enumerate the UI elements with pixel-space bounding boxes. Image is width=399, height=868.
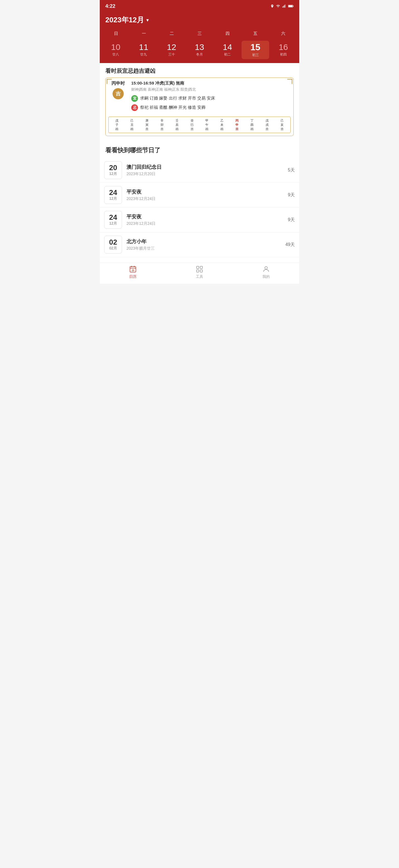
svg-text:23: 23 (132, 269, 135, 272)
almanac-main: 15:00-16:59 冲虎(王寅) 煞南 财神|西南 喜神|正南 福神|正东 … (131, 81, 291, 113)
almanac-section-title: 看时辰宜忌趋吉避凶 (100, 63, 299, 78)
festival-date-num-3: 02 (109, 239, 117, 246)
festival-item-0[interactable]: 20 12月 澳门回归纪念日 2023年12月20日 5天 (100, 158, 299, 183)
week-day-wed: 三 (186, 30, 213, 37)
festival-item-3[interactable]: 02 02月 北方小年 2023年腊月廿三 49天 (100, 232, 299, 257)
dropdown-arrow-icon[interactable]: ▾ (146, 17, 149, 23)
day-lunar-16: 初四 (270, 52, 296, 57)
festival-item-1[interactable]: 24 12月 平安夜 2023年12月24日 9天 (100, 183, 299, 208)
ji-badge: 忌 (131, 104, 138, 111)
nav-label-tools: 工具 (196, 274, 203, 279)
calendar-row: 10 廿八 11 廿九 12 三十 13 冬月 14 初二 15 初三 16 初… (100, 40, 299, 63)
festival-date-num-0: 20 (109, 164, 117, 171)
status-time: 4:22 (105, 3, 115, 9)
day-num-15: 15 (242, 42, 268, 52)
festival-date-month-2: 12月 (109, 221, 117, 226)
cal-day-16[interactable]: 16 初四 (270, 41, 297, 59)
day-num-13: 13 (187, 42, 212, 52)
svg-point-16 (265, 267, 267, 269)
cal-day-15-today[interactable]: 15 初三 (241, 41, 269, 59)
festival-date-box-2: 24 12月 (104, 211, 122, 229)
day-lunar-13: 冬月 (187, 52, 212, 57)
auspicious-badge: 吉 (112, 88, 124, 99)
cal-day-10[interactable]: 10 廿八 (102, 41, 129, 59)
hour-7: 乙未凶 (215, 119, 229, 131)
calendar-nav-icon: 23 (129, 265, 137, 273)
festival-date-num-2: 24 (109, 214, 117, 221)
festival-name-2: 平安夜 (127, 213, 284, 220)
hour-11: 己亥吉 (275, 119, 289, 131)
festival-info-3: 北方小年 2023年腊月廿三 (127, 238, 281, 251)
day-lunar-14: 初二 (214, 52, 240, 57)
location-icon (270, 4, 274, 8)
day-lunar-15: 初三 (242, 53, 268, 58)
festival-name-1: 平安夜 (127, 189, 284, 195)
festival-date-month-3: 02月 (109, 246, 117, 251)
day-lunar-10: 廿八 (103, 52, 129, 57)
festival-title: 看看快到哪些节日了 (100, 142, 299, 158)
festival-name-0: 澳门回归纪念日 (127, 164, 284, 170)
cal-day-11[interactable]: 11 廿九 (130, 41, 157, 59)
hour-grid: 戊子凶 己丑凶 庚寅吉 辛卯吉 壬辰凶 癸巳吉 甲午凶 乙未凶 丙申吉 丁酉凶 … (108, 117, 291, 133)
festival-countdown-0: 5天 (288, 167, 295, 173)
nav-item-profile[interactable]: 我的 (233, 265, 299, 279)
directions: 财神|西南 喜神|正南 福神|正东 阳贵|西北 (131, 87, 291, 92)
nav-label-calendar: 日历 (129, 274, 136, 279)
hour-10: 戊戌吉 (260, 119, 274, 131)
week-day-sat: 六 (269, 30, 297, 37)
nav-item-calendar[interactable]: 23 日历 (100, 265, 166, 279)
cal-day-12[interactable]: 12 三十 (158, 41, 185, 59)
hour-9: 丁酉凶 (245, 119, 259, 131)
day-num-14: 14 (214, 42, 240, 52)
festival-date-box-1: 24 12月 (104, 186, 122, 204)
ji-row: 忌 祭祀 祈福 斋醮 酬神 开光 修造 安葬 (131, 104, 291, 111)
festival-info-0: 澳门回归纪念日 2023年12月20日 (127, 164, 284, 177)
almanac-section: 看时辰宜忌趋吉避凶 丙申时 吉 15:00-16:59 冲虎(王寅) 煞南 财神… (100, 63, 299, 142)
spacer (100, 257, 299, 263)
week-day-thu: 四 (213, 30, 241, 37)
svg-rect-13 (200, 267, 202, 269)
bottom-nav: 23 日历 工具 我的 (100, 263, 299, 284)
cal-day-14[interactable]: 14 初二 (214, 41, 241, 59)
festival-date-box-3: 02 02月 (104, 236, 122, 253)
festival-date-box-0: 20 12月 (104, 161, 122, 179)
festival-info-1: 平安夜 2023年12月24日 (127, 189, 284, 202)
day-num-16: 16 (270, 42, 296, 52)
festival-name-3: 北方小年 (127, 238, 281, 245)
svg-rect-1 (284, 6, 284, 7)
almanac-card: 丙申时 吉 15:00-16:59 冲虎(王寅) 煞南 财神|西南 喜神|正南 … (105, 78, 294, 136)
header-title[interactable]: 2023年12月 (105, 15, 144, 25)
time-column: 丙申时 吉 (108, 81, 128, 113)
hour-6: 甲午凶 (200, 119, 214, 131)
hour-8-current: 丙申吉 (230, 119, 244, 131)
hour-0: 戊子凶 (110, 119, 124, 131)
day-lunar-11: 廿九 (130, 52, 157, 57)
festival-gregorian-2: 2023年12月24日 (127, 221, 284, 226)
nav-item-tools[interactable]: 工具 (166, 265, 233, 279)
day-lunar-12: 三十 (159, 52, 185, 57)
day-num-12: 12 (159, 42, 185, 52)
status-bar: 4:22 (100, 0, 299, 12)
festival-date-num-1: 24 (109, 189, 117, 196)
svg-rect-3 (285, 4, 285, 7)
yi-badge: 宜 (131, 95, 138, 102)
time-range: 15:00-16:59 冲虎(王寅) 煞南 (131, 81, 291, 86)
almanac-inner: 丙申时 吉 15:00-16:59 冲虎(王寅) 煞南 财神|西南 喜神|正南 … (108, 81, 291, 113)
svg-rect-0 (282, 6, 283, 7)
tools-nav-icon (196, 265, 203, 273)
ji-activities: 祭祀 祈福 斋醮 酬神 开光 修造 安葬 (140, 104, 291, 111)
time-label: 丙申时 (111, 81, 125, 87)
svg-rect-12 (197, 267, 199, 269)
day-num-10: 10 (103, 42, 129, 52)
hour-3: 辛卯吉 (155, 119, 169, 131)
hour-5: 癸巳吉 (185, 119, 199, 131)
festival-item-2[interactable]: 24 12月 平安夜 2023年12月24日 9天 (100, 208, 299, 232)
cal-day-13[interactable]: 13 冬月 (186, 41, 213, 59)
festival-date-month-1: 12月 (109, 196, 117, 201)
svg-rect-6 (293, 6, 293, 7)
festival-countdown-1: 9天 (288, 192, 295, 198)
wifi-icon (276, 4, 280, 8)
festival-gregorian-0: 2023年12月20日 (127, 172, 284, 177)
hour-1: 己丑凶 (125, 119, 139, 131)
svg-rect-2 (284, 5, 285, 8)
